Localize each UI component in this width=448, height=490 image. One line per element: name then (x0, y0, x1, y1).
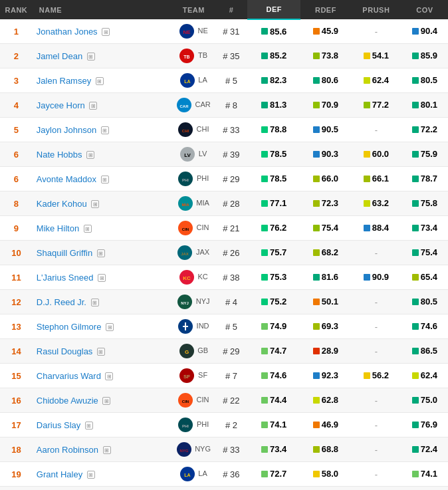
cov-score-cell: 77.3 (401, 487, 448, 491)
team-abbr: PHI (197, 420, 209, 428)
player-name-link[interactable]: Jaycee Horn (37, 100, 85, 110)
player-name-link[interactable]: Chidobe Awuzie (37, 396, 98, 406)
player-name-link[interactable]: Shaquill Griffin (37, 248, 92, 258)
jersey-num-cell: # 23 (215, 487, 247, 491)
score-value: 28.9 (322, 346, 338, 356)
player-name-link[interactable]: Jalen Ramsey (37, 76, 91, 86)
player-name-link[interactable]: D.J. Reed Jr. (37, 297, 86, 307)
rdef-score-cell: 80.6 (300, 68, 351, 93)
player-name-link[interactable]: Rasul Douglas (37, 346, 93, 356)
player-info-icon[interactable]: ⊞ (89, 102, 97, 110)
score-dot (261, 77, 268, 84)
cov-score-cell: 62.4 (401, 364, 448, 388)
player-name-link[interactable]: Jamel Dean (37, 51, 82, 61)
rdef-score-cell: 75.4 (300, 216, 351, 241)
score-value: 66.1 (372, 174, 389, 184)
score-value: 62.4 (372, 75, 389, 85)
svg-text:TB: TB (184, 55, 190, 59)
table-row: 2 Jamel Dean ⊞ TB TB # 35 85.2 73.8 54.1… (0, 44, 448, 68)
def-score-cell: 72.7 (247, 462, 300, 487)
score-value: 58.0 (322, 469, 338, 479)
player-info-icon[interactable]: ⊞ (96, 77, 104, 85)
svg-text:KC: KC (183, 275, 191, 281)
prush-score-cell: - (351, 388, 401, 413)
player-info-icon[interactable]: ⊞ (103, 446, 111, 454)
score-dot (313, 28, 320, 35)
player-name-link[interactable]: Stephon Gilmore (37, 322, 102, 332)
score-dot (261, 422, 268, 428)
player-name-link[interactable]: Nate Hobbs (37, 150, 82, 160)
score-value: 78.8 (270, 124, 286, 134)
svg-text:PHI: PHI (182, 178, 189, 182)
player-info-icon[interactable]: ⊞ (102, 397, 110, 405)
team-abbr: CAR (195, 100, 210, 108)
player-info-icon[interactable]: ⊞ (105, 372, 113, 380)
player-info-icon[interactable]: ⊞ (106, 323, 114, 331)
player-name-link[interactable]: Charvarius Ward (37, 371, 101, 381)
rank-cell: 8 (0, 191, 33, 216)
player-name-link[interactable]: Jaylon Johnson (37, 125, 96, 135)
rdef-score-cell: 62.8 (300, 388, 351, 413)
player-info-icon[interactable]: ⊞ (87, 53, 95, 61)
player-info-icon[interactable]: ⊞ (86, 151, 94, 159)
player-info-icon[interactable]: ⊞ (87, 471, 95, 479)
player-info-icon[interactable]: ⊞ (102, 28, 110, 36)
team-abbr: KC (197, 273, 207, 281)
team-abbr: CIN (197, 223, 209, 231)
player-name-link[interactable]: Darius Slay (37, 420, 80, 430)
score-value: 62.8 (322, 395, 338, 405)
score-dot (412, 28, 419, 35)
player-name-link[interactable]: Jonathan Jones (37, 27, 98, 37)
cov-score-cell: 75.8 (401, 191, 448, 216)
def-score-cell: 75.7 (247, 241, 300, 265)
player-name-link[interactable]: L'Jarius Sneed (37, 273, 94, 283)
player-info-icon[interactable]: ⊞ (91, 200, 99, 208)
prush-score-cell: - (351, 462, 401, 487)
score-dot (364, 274, 370, 281)
score-value: 85.9 (421, 51, 437, 61)
rdef-score-cell: 50.1 (300, 290, 351, 314)
rank-cell: 19 (0, 462, 33, 487)
score-dot (313, 77, 320, 84)
rdef-score-cell: 54.4 (300, 487, 351, 491)
svg-text:NYJ: NYJ (181, 301, 189, 305)
rank-cell: 2 (0, 44, 33, 68)
score-dot (412, 422, 419, 428)
team-cell: NE NE (172, 19, 215, 44)
prush-score-cell: - (351, 413, 401, 437)
cov-score-cell: 75.9 (401, 142, 448, 167)
player-info-icon[interactable]: ⊞ (91, 299, 99, 306)
score-dot (313, 471, 320, 477)
score-dot (261, 53, 268, 59)
player-info-icon[interactable]: ⊞ (84, 225, 92, 233)
score-value: 73.8 (322, 51, 338, 61)
player-info-icon[interactable]: ⊞ (97, 348, 105, 356)
score-value: 54.1 (372, 51, 389, 61)
prush-score-cell: - (351, 339, 401, 364)
player-name-link[interactable]: Avonte Maddox (37, 174, 96, 184)
team-cell: PHI PHI (172, 413, 215, 437)
score-dot (313, 176, 320, 182)
player-name-cell: Nate Hobbs ⊞ (33, 142, 172, 167)
team-abbr: SF (198, 371, 207, 379)
player-info-icon[interactable]: ⊞ (85, 422, 93, 429)
team-logo: TB (179, 49, 194, 63)
table-row: 15 Charvarius Ward ⊞ SF SF # 7 74.6 92.3… (0, 364, 448, 388)
player-info-icon[interactable]: ⊞ (97, 249, 105, 257)
team-logo: NE (179, 24, 194, 39)
player-name-link[interactable]: Kader Kohou (37, 199, 87, 209)
player-name-link[interactable]: Aaron Robinson (37, 445, 98, 455)
player-info-icon[interactable]: ⊞ (101, 176, 109, 184)
score-dot (412, 397, 419, 404)
score-value: 73.4 (270, 444, 286, 454)
player-name-link[interactable]: Grant Haley (37, 469, 82, 479)
rank-cell: 1 (0, 19, 33, 44)
def-score-cell: 82.3 (247, 68, 300, 93)
player-info-icon[interactable]: ⊞ (101, 126, 109, 134)
score-value: 92.3 (322, 370, 338, 380)
player-name-cell: Shaquill Griffin ⊞ (33, 241, 172, 265)
def-score-cell: 75.2 (247, 290, 300, 314)
player-name-link[interactable]: Mike Hilton (37, 223, 79, 233)
player-info-icon[interactable]: ⊞ (98, 274, 106, 282)
score-value: 75.9 (421, 149, 437, 159)
